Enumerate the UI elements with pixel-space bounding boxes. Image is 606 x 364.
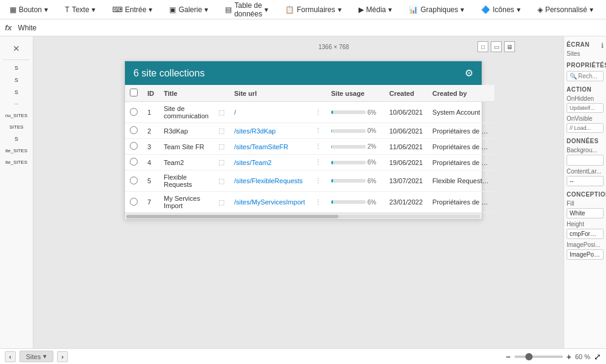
frame-ctrl-square2[interactable]: ▭ bbox=[491, 41, 502, 52]
zoom-slider[interactable] bbox=[514, 356, 563, 358]
row-url[interactable]: /sites/MyServicesImport bbox=[229, 192, 310, 213]
imagepos-value[interactable]: ImagePos... bbox=[567, 249, 604, 260]
row-more[interactable]: ⋮ bbox=[310, 123, 326, 139]
table-row: 4 Team2 ⬚ /sites/Team2 ⋮ 6% 19/06/2021 P… bbox=[125, 155, 494, 170]
chevron-down-icon6: ▾ bbox=[338, 5, 342, 14]
toolbar-personnalise-btn[interactable]: ◈ Personnalisé ▾ bbox=[533, 4, 598, 16]
row-title: My Services Import bbox=[159, 192, 214, 213]
toolbar-icones-btn[interactable]: 🔷 Icônes ▾ bbox=[476, 4, 525, 16]
row-created-by: Propriétaires de Team Site F... bbox=[428, 139, 494, 155]
row-url[interactable]: /sites/Team2 bbox=[229, 155, 310, 170]
toolbar-galerie-btn[interactable]: ▣ Galerie ▾ bbox=[164, 4, 213, 16]
sidebar-item-sites[interactable]: ··· bbox=[0, 100, 33, 108]
sidebar-item-ite-sites2[interactable]: ite_SITES bbox=[0, 158, 33, 166]
select-all-checkbox[interactable] bbox=[130, 89, 138, 96]
status-bar-scroll-right[interactable]: › bbox=[57, 351, 68, 362]
zoom-plus-btn[interactable]: + bbox=[567, 352, 571, 362]
left-sidebar: ✕ S S S ··· nu_SITES SITES S ite_SITES i… bbox=[0, 36, 33, 348]
properties-title: Propriétés bbox=[567, 62, 604, 69]
toolbar-graphiques-btn[interactable]: 📊 Graphiques ▾ bbox=[404, 4, 469, 16]
sidebar-item-sites2[interactable]: SITES bbox=[0, 123, 33, 131]
chevron-down-icon3: ▾ bbox=[149, 5, 152, 14]
row-more[interactable]: ⋮ bbox=[310, 139, 326, 155]
toolbar-bouton-btn[interactable]: ▦ Bouton ▾ bbox=[5, 4, 53, 16]
status-bar: ‹ Sites ▾ › − + 60 % ⤢ bbox=[0, 348, 606, 364]
contentlar-value[interactable]: -- bbox=[567, 176, 604, 186]
load-value[interactable]: // Load... bbox=[567, 123, 604, 133]
status-bar-scroll-left[interactable]: ‹ bbox=[5, 351, 16, 362]
row-radio[interactable] bbox=[130, 108, 138, 116]
app-title: 6 site collections bbox=[133, 68, 204, 79]
row-radio[interactable] bbox=[130, 142, 138, 150]
row-url[interactable]: /sites/R3dKap bbox=[229, 123, 310, 139]
app-scrollbar[interactable] bbox=[125, 213, 482, 219]
row-more[interactable]: ⋮ bbox=[310, 170, 326, 192]
galerie-icon: ▣ bbox=[169, 5, 176, 14]
settings-gear-icon[interactable]: ⚙ bbox=[465, 67, 473, 79]
formulaires-icon: 📋 bbox=[285, 5, 294, 14]
zoom-minus-btn[interactable]: − bbox=[506, 352, 511, 362]
sidebar-item-s1[interactable]: S bbox=[0, 64, 33, 72]
properties-section: Propriétés 🔍 bbox=[567, 62, 604, 81]
updateif-value[interactable]: UpdateIf... bbox=[567, 103, 604, 113]
scrollbar-thumb[interactable] bbox=[126, 215, 338, 218]
row-url[interactable]: /sites/TeamSiteFR bbox=[229, 139, 310, 155]
row-more[interactable]: ⋮ bbox=[310, 155, 326, 170]
row-id: 7 bbox=[143, 192, 159, 213]
status-bar-left: ‹ Sites ▾ › bbox=[5, 351, 501, 362]
info-icon[interactable]: ℹ bbox=[601, 42, 604, 50]
row-radio[interactable] bbox=[130, 158, 138, 166]
formula-bar: fx White bbox=[0, 19, 606, 36]
toolbar-media-btn[interactable]: ▶ Média ▾ bbox=[354, 4, 397, 16]
frame-ctrl-square1[interactable]: □ bbox=[477, 41, 488, 52]
row-id: 4 bbox=[143, 155, 159, 170]
onvisible-label: OnVisible bbox=[567, 115, 604, 122]
texte-icon: T bbox=[65, 5, 69, 14]
row-more[interactable]: ⋮ bbox=[310, 102, 326, 123]
frame-ctrl-monitor[interactable]: 🖥 bbox=[504, 41, 515, 52]
sidebar-item-s3[interactable]: S bbox=[0, 88, 33, 96]
row-created: 10/06/2021 bbox=[385, 102, 428, 123]
row-radio[interactable] bbox=[130, 177, 138, 184]
action-section: ACTION OnHidden UpdateIf... OnVisible //… bbox=[567, 86, 604, 133]
toolbar-formulaires-btn[interactable]: 📋 Formulaires ▾ bbox=[280, 4, 346, 16]
properties-search-box[interactable]: 🔍 bbox=[567, 71, 604, 81]
row-id: 2 bbox=[143, 123, 159, 139]
sidebar-close-btn[interactable]: ✕ bbox=[9, 41, 24, 56]
background-value[interactable] bbox=[567, 155, 604, 166]
toolbar-table-btn[interactable]: ▤ Table de données ▾ bbox=[220, 0, 273, 20]
row-url[interactable]: /sites/FlexibleRequests bbox=[229, 170, 310, 192]
screen-subtitle: Sites bbox=[567, 50, 604, 57]
fill-value[interactable]: White bbox=[567, 208, 604, 218]
col-id: ID bbox=[143, 85, 159, 102]
table-row: 3 Team Site FR ⬚ /sites/TeamSiteFR ⋮ 2% … bbox=[125, 139, 494, 155]
toolbar-texte-btn[interactable]: T Texte ▾ bbox=[60, 4, 100, 16]
sidebar-item-ite-sites1[interactable]: ite_SITES bbox=[0, 147, 33, 155]
row-created: 19/06/2021 bbox=[385, 155, 428, 170]
toolbar: ▦ Bouton ▾ T Texte ▾ ⌨ Entrée ▾ ▣ Galeri… bbox=[0, 0, 606, 19]
row-id: 5 bbox=[143, 170, 159, 192]
chevron-down-icon: ▾ bbox=[44, 5, 48, 14]
table-row: 1 Site de communication ⬚ / ⋮ 6% 10/06/2… bbox=[125, 102, 494, 123]
row-radio[interactable] bbox=[130, 126, 138, 134]
row-radio[interactable] bbox=[130, 198, 138, 206]
toolbar-entree-btn[interactable]: ⌨ Entrée ▾ bbox=[107, 4, 157, 16]
table-icon: ▤ bbox=[225, 5, 232, 14]
sites-tab[interactable]: Sites ▾ bbox=[19, 351, 53, 362]
sidebar-item-s4[interactable]: S bbox=[0, 135, 33, 143]
sites-tab-chevron: ▾ bbox=[43, 352, 47, 360]
properties-search-input[interactable] bbox=[578, 73, 601, 79]
search-icon: 🔍 bbox=[570, 73, 577, 79]
zoom-percent-label: 60 % bbox=[575, 353, 590, 360]
fit-screen-btn[interactable]: ⤢ bbox=[594, 352, 601, 362]
row-title: Team Site FR bbox=[159, 139, 214, 155]
height-value[interactable]: cmpFormF... bbox=[567, 229, 604, 239]
row-icon: ⬚ bbox=[214, 155, 229, 170]
row-more[interactable]: ⋮ bbox=[310, 192, 326, 213]
icones-icon: 🔷 bbox=[481, 5, 490, 14]
sidebar-item-s2[interactable]: S bbox=[0, 76, 33, 84]
media-icon: ▶ bbox=[359, 5, 364, 14]
sidebar-item-nu-sites[interactable]: nu_SITES bbox=[0, 112, 33, 120]
row-created: 10/06/2021 bbox=[385, 123, 428, 139]
row-url[interactable]: / bbox=[229, 102, 310, 123]
